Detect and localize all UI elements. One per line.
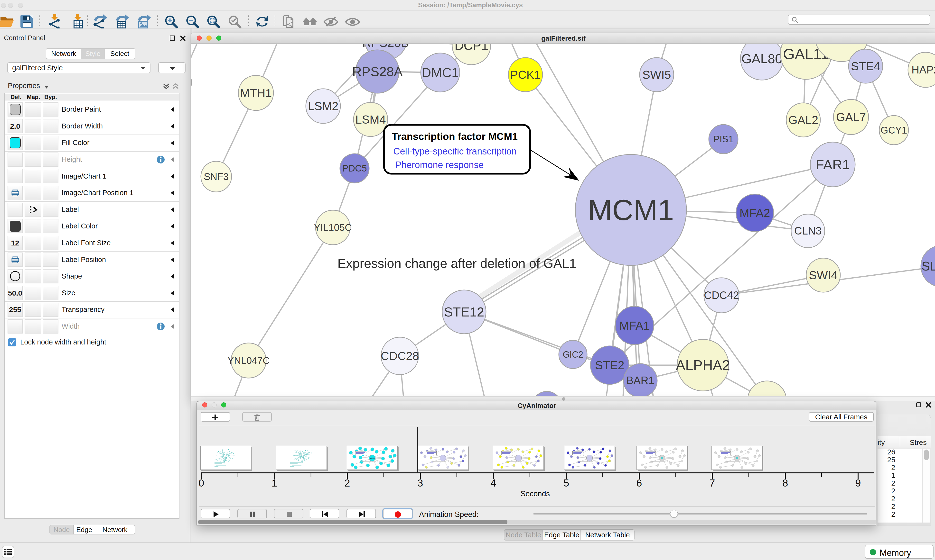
svg-text:TUP1: TUP1	[753, 394, 781, 396]
svg-text:GCY1: GCY1	[881, 125, 907, 135]
svg-text:3: 3	[417, 477, 423, 489]
svg-text:Pheromone response: Pheromone response	[395, 160, 484, 170]
svg-text:YNL047C: YNL047C	[227, 355, 270, 366]
svg-text:GAL2: GAL2	[788, 114, 818, 126]
svg-text:GIC2: GIC2	[563, 349, 583, 360]
svg-text:9: 9	[855, 477, 861, 489]
svg-text:RPS28A: RPS28A	[352, 64, 403, 79]
svg-text:DMC1: DMC1	[421, 65, 459, 80]
svg-text:CDC42: CDC42	[704, 289, 739, 301]
svg-text:CDC28: CDC28	[381, 349, 419, 363]
svg-text:4: 4	[491, 477, 496, 489]
svg-text:STE2: STE2	[595, 359, 624, 372]
svg-text:0: 0	[199, 477, 204, 489]
svg-text:MTH1: MTH1	[240, 86, 272, 100]
svg-text:5: 5	[563, 477, 569, 489]
svg-text:7: 7	[709, 477, 715, 489]
svg-text:6: 6	[636, 477, 642, 489]
svg-text:LSM2: LSM2	[308, 100, 338, 112]
svg-text:SLT2: SLT2	[922, 259, 935, 273]
svg-text:MFA2: MFA2	[739, 206, 770, 219]
svg-text:PDC5: PDC5	[342, 163, 367, 174]
svg-text:ALPHA2: ALPHA2	[676, 357, 730, 373]
svg-text:SWI4: SWI4	[809, 269, 837, 282]
svg-text:MFA1: MFA1	[619, 319, 650, 332]
svg-text:STE4: STE4	[851, 60, 880, 73]
svg-text:Transcription factor MCM1: Transcription factor MCM1	[392, 131, 518, 142]
svg-text:2: 2	[344, 477, 350, 489]
svg-text:STE12: STE12	[444, 305, 484, 319]
svg-text:MCM1: MCM1	[370, 457, 375, 459]
svg-text:LSM4: LSM4	[355, 113, 386, 126]
svg-text:SNF3: SNF3	[204, 171, 228, 182]
svg-text:8: 8	[782, 477, 788, 489]
svg-text:DCP1: DCP1	[455, 44, 488, 52]
svg-text:HAP2: HAP2	[912, 64, 935, 75]
svg-text:YIL105C: YIL105C	[314, 222, 352, 233]
svg-text:Expression change after deleti: Expression change after deletion of GAL1	[338, 256, 576, 271]
svg-text:MCM1: MCM1	[588, 194, 674, 226]
svg-text:PIS1: PIS1	[713, 134, 733, 144]
svg-text:SWI5: SWI5	[642, 68, 671, 81]
svg-text:CLN3: CLN3	[794, 225, 822, 237]
svg-text:GAL7: GAL7	[836, 111, 866, 123]
svg-text:1: 1	[272, 477, 277, 489]
svg-text:BAR1: BAR1	[626, 374, 654, 386]
svg-text:PCK1: PCK1	[510, 68, 540, 81]
svg-text:Seconds: Seconds	[521, 489, 550, 498]
svg-text:RPS28B: RPS28B	[362, 44, 409, 50]
svg-text:GAL80: GAL80	[741, 51, 782, 66]
svg-text:FAR1: FAR1	[816, 157, 850, 172]
svg-text:Cell-type-specific transcripti: Cell-type-specific transcription	[393, 146, 517, 157]
